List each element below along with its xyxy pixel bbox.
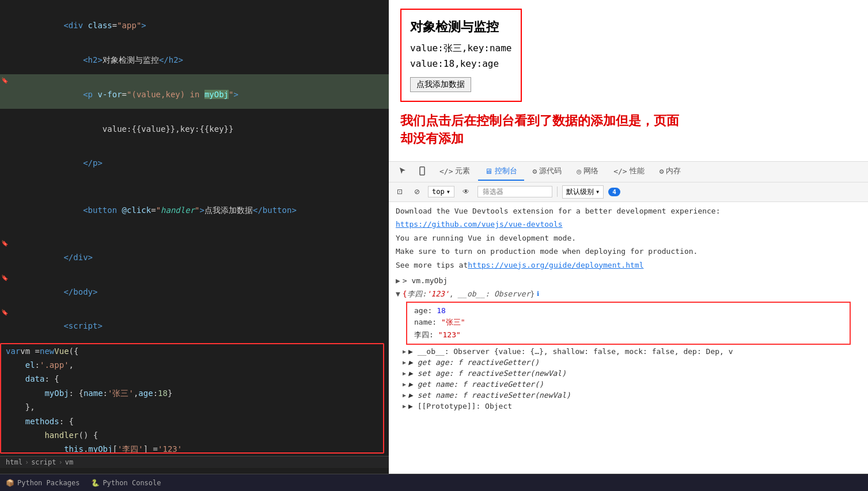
highlight-code-line: this.myObj['李四'] = '123' [1, 442, 383, 454]
set-age-expand-icon[interactable]: ▶ [403, 370, 406, 376]
ob-expand-icon[interactable]: ▶ [403, 348, 406, 355]
code-line: <h2>对象检测与监控</h2> [0, 40, 389, 75]
console-prop-prototype: ▶ ▶ [[Prototype]]: Object [389, 401, 868, 412]
code-line-blank [0, 224, 389, 237]
object-expand-box: age: 18 name: "张三" 李四: "123" [406, 302, 851, 345]
python-packages-item[interactable]: 📦 Python Packages [6, 479, 79, 487]
lisi-value: "123" [438, 330, 461, 339]
python-console-icon: 🐍 [91, 479, 100, 487]
highlight-code-line: }, [1, 400, 383, 414]
tab-memory[interactable]: ⚙ 内存 [653, 162, 688, 181]
log-level-dropdown[interactable]: 默认级别 ▾ [562, 185, 604, 199]
console-prop-set-age: ▶ ▶ set age: f reactiveSetter(newVal) [389, 368, 868, 379]
demo-title: 对象检测与监控 [410, 18, 512, 36]
code-editor: <div class="app"> <h2>对象检测与监控</h2> 🔖 <p … [0, 0, 389, 474]
console-prop-get-age: ▶ ▶ get age: f reactiveGetter() [389, 357, 868, 368]
console-line-devtools: Download the Vue Devtools extension for … [389, 204, 868, 218]
name-value: "张三" [441, 318, 465, 326]
devtools-link[interactable]: https://github.com/vuejs/vue-devtools [396, 219, 563, 230]
network-label: 网络 [583, 166, 598, 176]
prototype-expand-icon[interactable]: ▶ [403, 403, 406, 409]
tab-mobile[interactable] [413, 164, 431, 179]
code-line: 🔖 <script> [0, 306, 389, 341]
bookmark-icon: 🔖 [1, 239, 8, 246]
code-content: </div> [20, 238, 389, 276]
top-label: top [432, 188, 445, 196]
info-icon[interactable]: ℹ [537, 290, 539, 298]
screenshot-button[interactable]: ⊡ [393, 186, 406, 197]
perf-label: 性能 [630, 166, 645, 176]
clear-button[interactable]: ⊘ [411, 186, 423, 197]
tab-performance[interactable]: </> 性能 [607, 162, 651, 181]
tab-cursor[interactable] [393, 164, 412, 179]
tab-sources[interactable]: ⚙ 源代码 [525, 162, 568, 181]
code-highlight-box: var vm = new Vue({ el: '.app', data: { m… [0, 343, 384, 454]
console-line-tips: See more tips at https://vuejs.org/guide… [389, 258, 868, 272]
obj-prop-lisi: 李四: "123" [414, 329, 843, 341]
highlight-code-line: el: '.app', [1, 358, 383, 372]
highlight-code-line: handler() { [1, 428, 383, 442]
toolbar-divider [557, 186, 558, 197]
demo-box: 对象检测与监控 value:张三,key:name value:18,key:a… [400, 9, 522, 102]
breadcrumb-item[interactable]: script [31, 457, 56, 468]
expand-vm-icon[interactable]: ▶ [396, 275, 400, 287]
bottom-bar: 📦 Python Packages 🐍 Python Console [0, 474, 868, 491]
bookmark-icon: 🔖 [1, 308, 8, 315]
sources-icon: ⚙ [532, 167, 537, 176]
lisi-key: 李四: [414, 330, 434, 339]
demo-value-1: value:张三,key:name [410, 43, 512, 55]
highlight-code-line: myObj: {name: '张三', age: 18} [1, 386, 383, 400]
obj-prop-name: name: "张三" [414, 316, 843, 329]
eye-button[interactable]: 👁 [459, 186, 473, 197]
log-level-label: 默认级别 [566, 187, 594, 197]
code-content: </p> [20, 144, 389, 182]
tab-elements[interactable]: </> 元素 [433, 162, 477, 181]
code-line-vfor: 🔖 <p v-for="(value,key) in myObj"> [0, 74, 389, 109]
highlight-code-line: data: { [1, 372, 383, 386]
console-prop-ob: ▶ ▶ __ob__: Observer {value: {…}, shallo… [389, 346, 868, 357]
get-age-expand-icon[interactable]: ▶ [403, 359, 406, 366]
bookmark-icon: 🔖 [1, 76, 8, 83]
breadcrumb-sep: › [25, 457, 29, 468]
code-line: 🔖 </div> [0, 237, 389, 272]
highlight-code-line: methods: { [1, 414, 383, 428]
context-dropdown[interactable]: top ▾ [428, 186, 454, 197]
elements-label: 元素 [455, 166, 470, 176]
log-level-arrow-icon: ▾ [596, 188, 600, 196]
get-name-expand-icon[interactable]: ▶ [403, 381, 406, 387]
console-icon: 🖥 [485, 167, 492, 176]
console-line-vm: ▶ > vm.myObj [389, 274, 868, 288]
filter-input[interactable] [477, 186, 552, 197]
collapse-icon[interactable]: ▼ [396, 290, 400, 298]
breadcrumb-item[interactable]: vm [65, 457, 73, 468]
code-line-button: <button @click="handler">点我添加数据</button> [0, 191, 389, 225]
python-packages-label: Python Packages [17, 479, 79, 487]
network-icon: ◎ [577, 167, 581, 176]
code-line: 🔖 </body> [0, 272, 389, 306]
python-console-item[interactable]: 🐍 Python Console [91, 479, 161, 487]
elements-icon: </> [439, 167, 453, 176]
code-content: </body> [20, 272, 389, 311]
dropdown-arrow-icon: ▾ [446, 188, 450, 196]
tab-network[interactable]: ◎ 网络 [570, 162, 605, 181]
breadcrumb-sep: › [59, 457, 63, 468]
add-data-button[interactable]: 点我添加数据 [410, 77, 471, 92]
code-line: <div class="app"> [0, 6, 389, 40]
code-content: <div class="app"> [20, 6, 389, 45]
perf-icon: </> [613, 167, 627, 176]
devtools-tabs: </> 元素 🖥 控制台 ⚙ 源代码 ◎ 网络 </> 性能 ⚙ 内存 [389, 162, 868, 182]
memory-icon: ⚙ [659, 167, 664, 176]
deployment-link[interactable]: https://vuejs.org/guide/deployment.html [468, 260, 643, 271]
console-line-production: Make sure to turn on production mode whe… [389, 245, 868, 258]
bookmark-icon: 🔖 [1, 273, 8, 280]
code-content: value:{{value}},key:{{key}} [20, 109, 389, 148]
code-content [20, 178, 389, 191]
annotation-text: 我们点击后在控制台看到了数据的添加但是，页面却没有添加 [400, 108, 856, 153]
sources-label: 源代码 [539, 166, 562, 176]
python-packages-icon: 📦 [6, 479, 14, 487]
breadcrumb-item[interactable]: html [6, 457, 22, 468]
devtools-toolbar: ⊡ ⊘ top ▾ 👁 默认级别 ▾ 4 [389, 182, 868, 202]
demo-value-2: value:18,key:age [410, 58, 512, 69]
set-name-expand-icon[interactable]: ▶ [403, 392, 406, 398]
tab-console[interactable]: 🖥 控制台 [478, 162, 524, 181]
